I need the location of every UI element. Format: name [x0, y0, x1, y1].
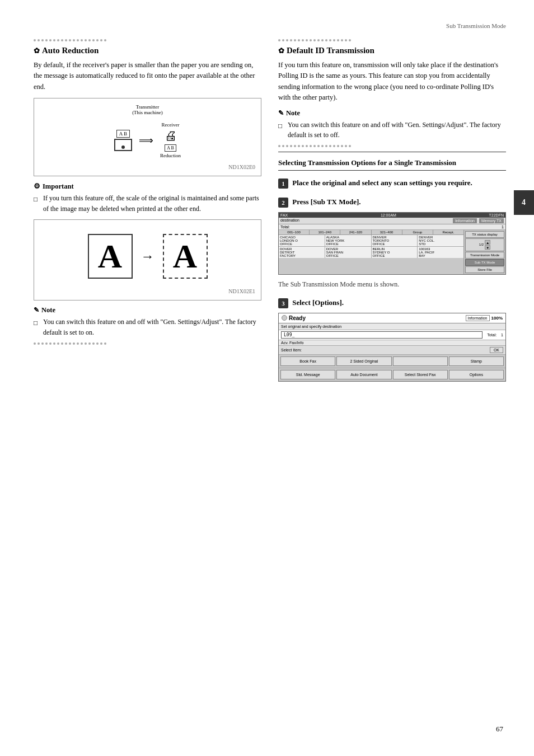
- ready-circle: [282, 315, 287, 321]
- ui2-info-btn[interactable]: Information: [466, 315, 490, 321]
- auto-reduction-body: By default, if the receiver's paper is s…: [34, 60, 261, 92]
- book-fax-btn[interactable]: Book Fax: [280, 356, 335, 366]
- info-btn[interactable]: Information: [453, 218, 477, 223]
- select-stored-fax-btn[interactable]: Select Stored Fax: [393, 370, 448, 379]
- section-divider: [278, 152, 506, 152]
- transmission-mode-btn[interactable]: Transmission Mode: [465, 252, 504, 259]
- memory-tx-btn[interactable]: Memory TX: [479, 218, 504, 223]
- ui2-acv-row: Acv. Fax/Info: [279, 340, 505, 346]
- ui-time: 12:00AM: [381, 213, 396, 217]
- important-box: ⚙ Important □ If you turn this feature o…: [34, 182, 261, 214]
- step-2-header: 2 Press [Sub TX Mode].: [278, 196, 506, 208]
- note-item-right-1: □ You can switch this feature on and off…: [278, 120, 506, 140]
- side-tab-4: 4: [514, 190, 534, 215]
- ui-screenshot-1: FAX 12:00AM T22DFN destination Informati…: [278, 212, 506, 275]
- arrow-large: →: [141, 249, 154, 264]
- contact-4[interactable]: DENVER NYC COL. STD: [418, 235, 463, 246]
- page-number: 67: [496, 725, 503, 734]
- contact-6[interactable]: DOVER SAN FRAN OFFICE: [325, 247, 372, 258]
- receiver-icon: 🖨: [165, 129, 177, 143]
- contact-7[interactable]: BERLIN SYDNEY O OFFICE: [372, 247, 418, 258]
- sub-tx-mode-btn[interactable]: Sub TX Mode: [465, 259, 504, 266]
- page-container: Sub Transmission Mode ✿ Auto Reduction B…: [0, 0, 534, 756]
- ok-btn[interactable]: OK: [490, 347, 503, 353]
- wrench-icon-2: ✿: [278, 46, 284, 55]
- ui2-input-row: L09_ Total: 1: [279, 330, 505, 340]
- ui-top-bar: FAX 12:00AM T22DFN: [279, 213, 505, 218]
- note-icon-right: ✎: [278, 109, 284, 118]
- group-tab[interactable]: Group: [402, 230, 433, 234]
- recept-mgmt-tab[interactable]: Recept.: [433, 230, 463, 234]
- contact-8[interactable]: 100163 LA. PACIF BAY: [418, 247, 463, 258]
- ui-total-row: Total: 1: [279, 224, 505, 230]
- stamp-btn[interactable]: Stamp: [449, 356, 504, 366]
- ab-machine: A B: [114, 130, 132, 151]
- ui2-instruction: Set original and specify destination: [279, 323, 505, 330]
- default-id-body: If you turn this feature on, transmissio…: [278, 60, 506, 104]
- acv-label: Acv. Fax/Info: [281, 341, 303, 345]
- arrow-down[interactable]: ▼: [485, 245, 490, 250]
- checkbox-icon-2: □: [34, 318, 40, 337]
- ui-list-area: 001~100 101~240 241~320 321~400 Group Re…: [279, 230, 463, 274]
- ui2-header-right: Information 100%: [466, 315, 503, 321]
- dots-divider-right: [278, 39, 506, 41]
- checkbox-icon: □: [34, 194, 40, 214]
- ui2-btn-row-1: Book Fax 2 Sided Original Stamp: [279, 355, 505, 368]
- range-2[interactable]: 101~240: [310, 230, 340, 234]
- ui-screenshot-2: Ready Information 100% Set original and …: [278, 313, 506, 382]
- dots-divider-left-bottom: [34, 342, 261, 345]
- range-tabs: 001~100 101~240 241~320 321~400 Group Re…: [279, 230, 463, 235]
- options-btn[interactable]: Options: [449, 370, 504, 379]
- ui-code: T22DFN: [489, 213, 504, 217]
- std-message-btn[interactable]: Std. Message: [280, 370, 335, 379]
- contact-5[interactable]: DOVER DETROIT FACTORY: [279, 247, 325, 258]
- ui2-header: Ready Information 100%: [279, 313, 505, 323]
- step-1-number: 1: [278, 179, 288, 189]
- wrench-icon: ✿: [34, 46, 40, 55]
- store-file-btn[interactable]: Store File: [465, 266, 504, 273]
- step-1: 1 Place the original and select any scan…: [278, 177, 506, 189]
- reduction-label: Reduction: [160, 153, 181, 158]
- step-2-text: Press [Sub TX Mode].: [292, 198, 360, 206]
- note-title-right: ✎ Note: [278, 109, 506, 118]
- step-1-text: Place the original and select any scan s…: [292, 179, 472, 187]
- note-title-left: ✎ Note: [34, 306, 261, 314]
- section-header: Sub Transmission Mode: [34, 22, 506, 29]
- arrow-up[interactable]: ▲: [485, 240, 490, 245]
- ui2-total-value: 1: [501, 333, 503, 337]
- step-2-subtext: The Sub Transmission Mode menu is shown.: [278, 279, 506, 289]
- contact-3[interactable]: DENVER TORONTO OFFICE: [372, 235, 418, 246]
- auto-document-btn[interactable]: Auto Document: [336, 370, 391, 379]
- range-3[interactable]: 241~320: [340, 230, 371, 234]
- select-label: Select Item:: [281, 348, 302, 352]
- ab-receiver-box: A B: [165, 144, 176, 152]
- diagram-id-2: ND1X02E1: [40, 288, 255, 294]
- step-3-number: 3: [278, 298, 288, 308]
- note-box-right: ✎ Note □ You can switch this feature on …: [278, 109, 506, 140]
- section-name-label: Sub Transmission Mode: [446, 22, 506, 29]
- arrow-buttons: ▲ ▼: [485, 240, 490, 250]
- dots-divider-left: [34, 39, 261, 41]
- total-value: 1: [502, 225, 504, 229]
- contact-2[interactable]: ALASKA NEW YORK OFFICE: [325, 235, 372, 246]
- step-2: 2 Press [Sub TX Mode]. FAX 12:00AM T22DF…: [278, 196, 506, 289]
- machine-visual: [114, 139, 132, 151]
- large-a-right: A: [163, 234, 208, 279]
- receiver-label: Receiver: [162, 122, 180, 128]
- two-sided-btn[interactable]: 2 Sided Original: [336, 356, 391, 366]
- range-1[interactable]: 001~100: [279, 230, 310, 234]
- ui-header-right: Information Memory TX: [453, 218, 504, 223]
- large-a-diagram: A → A: [40, 226, 255, 287]
- tx-status-btn[interactable]: TX status display: [465, 231, 504, 238]
- transmitter-diagram: A B ⟹ Receiver 🖨 A B Reduction: [40, 118, 255, 163]
- contact-1[interactable]: CHICAGO LONDON O OFFICE: [279, 235, 325, 246]
- ui2-info-value: 100%: [491, 316, 503, 321]
- page-indicator: 1/2 ▲ ▼: [465, 238, 504, 251]
- total-label: Total:: [280, 225, 290, 229]
- receiver-area: Receiver 🖨 A B Reduction: [160, 122, 181, 158]
- left-column: ✿ Auto Reduction By default, if the rece…: [34, 35, 261, 389]
- right-column: ✿ Default ID Transmission If you turn th…: [278, 35, 506, 389]
- range-4[interactable]: 321~400: [372, 230, 402, 234]
- contact-row-2: DOVER DETROIT FACTORY DOVER SAN FRAN OFF…: [279, 247, 463, 258]
- ui2-input[interactable]: L09_: [281, 331, 483, 339]
